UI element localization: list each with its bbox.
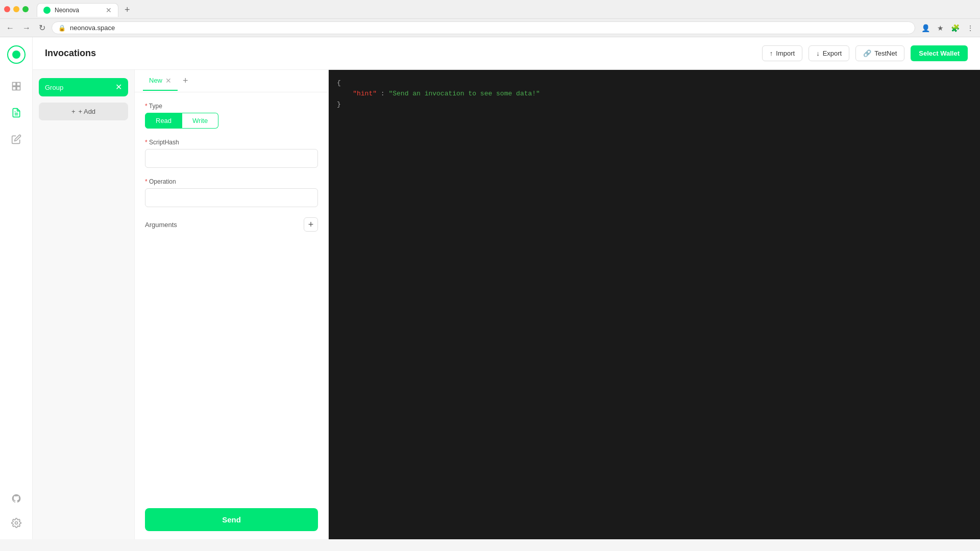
- svg-rect-1: [16, 83, 20, 86]
- type-field-group: * Type Read Write: [145, 103, 318, 129]
- json-indent: [337, 90, 353, 97]
- sidebar-item-settings[interactable]: [8, 515, 24, 531]
- logo-inner: [12, 51, 20, 59]
- add-group-label: + Add: [78, 108, 95, 115]
- header-actions: ↑ Import ↓ Export 🔗 TestNet Select Walle…: [762, 45, 968, 61]
- json-value-hint: "Send an invocation to see some data!": [388, 90, 540, 97]
- json-close-brace: }: [337, 101, 341, 108]
- browser-minimize-btn[interactable]: [13, 6, 19, 12]
- export-label: Export: [823, 49, 842, 57]
- sidebar-item-grid[interactable]: [8, 78, 24, 94]
- testnet-button[interactable]: 🔗 TestNet: [855, 45, 904, 61]
- import-label: Import: [776, 49, 795, 57]
- send-button[interactable]: Send: [145, 508, 318, 531]
- operation-label-text: Operation: [149, 178, 176, 185]
- tab-new-close-btn[interactable]: ✕: [165, 77, 172, 85]
- type-label: * Type: [145, 103, 318, 110]
- url-display: neonova.space: [70, 24, 909, 32]
- sidebar-item-github[interactable]: [8, 490, 24, 507]
- group-item[interactable]: ✕: [39, 78, 128, 96]
- app-logo: [7, 45, 26, 64]
- browser-tab-close[interactable]: ✕: [106, 7, 112, 14]
- form-panel: New ✕ + * Type Read: [135, 70, 329, 539]
- groups-panel: ✕ + + Add: [33, 70, 135, 539]
- operation-field-group: * Operation: [145, 178, 318, 207]
- sidebar-item-invocations[interactable]: [8, 105, 24, 121]
- send-btn-container: Send: [135, 500, 328, 539]
- type-write-btn[interactable]: Write: [182, 113, 218, 129]
- content-area: ✕ + + Add New ✕ +: [33, 70, 980, 539]
- svg-rect-0: [12, 83, 16, 86]
- back-btn[interactable]: ←: [4, 21, 16, 35]
- form-content: * Type Read Write * ScriptHash: [135, 92, 328, 500]
- sidebar-item-edit[interactable]: [8, 131, 24, 147]
- type-label-text: Type: [149, 103, 162, 110]
- svg-rect-3: [16, 87, 20, 90]
- select-wallet-button[interactable]: Select Wallet: [911, 45, 968, 61]
- sidebar-bottom: [8, 490, 24, 531]
- operation-input[interactable]: [145, 188, 318, 207]
- operation-label: * Operation: [145, 178, 318, 185]
- arguments-add-btn[interactable]: +: [304, 217, 318, 232]
- forward-btn[interactable]: →: [20, 21, 33, 35]
- address-bar[interactable]: 🔒 neonova.space: [52, 21, 915, 34]
- type-required-marker: *: [145, 103, 148, 110]
- tabs-bar: New ✕ +: [135, 70, 328, 92]
- scripthash-label: * ScriptHash: [145, 139, 318, 146]
- reload-btn[interactable]: ↻: [37, 21, 47, 35]
- page-title: Invocations: [45, 48, 762, 59]
- lock-icon: 🔒: [58, 24, 66, 32]
- export-button[interactable]: ↓ Export: [808, 45, 849, 61]
- extension-icon-btn[interactable]: 🧩: [949, 22, 962, 34]
- svg-point-6: [15, 522, 17, 524]
- testnet-icon: 🔗: [863, 49, 871, 57]
- tab-bar: Neonova ✕ +: [33, 3, 138, 17]
- new-tab-btn[interactable]: +: [120, 3, 134, 17]
- export-icon: ↓: [816, 49, 820, 57]
- svg-rect-2: [12, 87, 16, 90]
- arguments-label: Arguments: [145, 221, 177, 229]
- output-panel: { "hint" : "Send an invocation to see so…: [329, 70, 980, 539]
- tab-title: Neonova: [55, 7, 102, 14]
- toolbar-actions: 👤 ★ 🧩 ⋮: [919, 22, 976, 34]
- operation-required-marker: *: [145, 178, 148, 185]
- browser-tab[interactable]: Neonova ✕: [37, 3, 118, 17]
- json-key-hint: "hint": [353, 90, 377, 97]
- testnet-label: TestNet: [874, 49, 897, 57]
- app-container: Invocations ↑ Import ↓ Export 🔗 TestNet …: [0, 37, 980, 539]
- scripthash-input[interactable]: [145, 149, 318, 168]
- type-buttons: Read Write: [145, 113, 318, 129]
- browser-chrome: Neonova ✕ + ← → ↻ 🔒 neonova.space 👤 ★ 🧩 …: [0, 0, 980, 37]
- browser-controls: [4, 6, 29, 12]
- tab-new-label: New: [149, 77, 162, 84]
- select-wallet-label: Select Wallet: [919, 49, 960, 57]
- import-button[interactable]: ↑ Import: [762, 45, 802, 61]
- arguments-header: Arguments +: [145, 217, 318, 232]
- json-colon: :: [377, 90, 388, 97]
- bookmark-icon-btn[interactable]: ★: [935, 22, 946, 34]
- browser-toolbar: ← → ↻ 🔒 neonova.space 👤 ★ 🧩 ⋮: [0, 18, 980, 37]
- scripthash-field-group: * ScriptHash: [145, 139, 318, 168]
- more-menu-btn[interactable]: ⋮: [965, 22, 976, 34]
- import-icon: ↑: [770, 49, 773, 57]
- tab-favicon: [43, 7, 51, 14]
- scripthash-required-marker: *: [145, 139, 148, 146]
- json-open-brace: {: [337, 79, 341, 87]
- add-group-icon: +: [71, 108, 76, 115]
- tab-new[interactable]: New ✕: [143, 71, 178, 91]
- browser-titlebar: Neonova ✕ +: [0, 0, 980, 18]
- browser-close-btn[interactable]: [4, 6, 10, 12]
- profile-icon-btn[interactable]: 👤: [919, 22, 932, 34]
- main-content: Invocations ↑ Import ↓ Export 🔗 TestNet …: [33, 37, 980, 539]
- browser-maximize-btn[interactable]: [22, 6, 29, 12]
- scripthash-label-text: ScriptHash: [149, 139, 179, 146]
- add-group-button[interactable]: + + Add: [39, 103, 128, 120]
- app-header: Invocations ↑ Import ↓ Export 🔗 TestNet …: [33, 37, 980, 70]
- sidebar-icons: [0, 37, 33, 539]
- group-name-input[interactable]: [45, 84, 113, 91]
- type-read-btn[interactable]: Read: [145, 113, 182, 129]
- tab-add-btn[interactable]: +: [183, 76, 188, 86]
- group-close-btn[interactable]: ✕: [113, 83, 122, 91]
